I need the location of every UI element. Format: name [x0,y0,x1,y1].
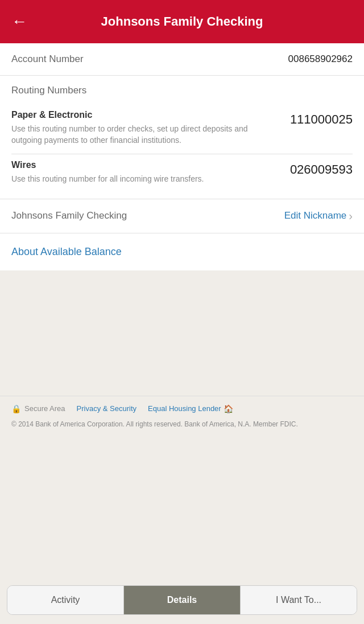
routing-section: Routing Numbers Paper & Electronic Use t… [0,76,364,193]
routing-wires-label: Wires [11,160,279,170]
app-header: ← Johnsons Family Checking [0,0,364,43]
routing-paper-electronic-number: 111000025 [290,110,353,127]
tab-bar: Activity Details I Want To... [7,585,357,615]
nickname-row[interactable]: Johnsons Family Checking Edit Nickname › [0,199,364,233]
routing-paper-electronic-label: Paper & Electronic [11,110,279,120]
routing-paper-electronic-desc: Use this routing number to order checks,… [11,124,279,146]
back-button[interactable]: ← [11,13,27,31]
housing-lender-group: Equal Housing Lender 🏠 [148,404,233,413]
gray-spacer [0,270,364,396]
page-title: Johnsons Family Checking [36,14,328,29]
tab-details[interactable]: Details [124,586,241,614]
routing-wires-row: Wires Use this routing number for all in… [11,154,353,193]
routing-wires-info: Wires Use this routing number for all in… [11,160,279,185]
routing-wires-desc: Use this routing number for all incoming… [11,174,279,185]
about-balance-section: About Available Balance [0,233,364,270]
housing-icon: 🏠 [224,404,233,413]
main-content: Account Number 008658902962 Routing Numb… [0,43,364,270]
privacy-security-link[interactable]: Privacy & Security [77,404,136,413]
tab-activity[interactable]: Activity [7,586,124,614]
account-number-value: 008658902962 [288,54,353,65]
copyright-text: © 2014 Bank of America Corporation. All … [11,419,353,429]
footer: 🔒 Secure Area Privacy & Security Equal H… [0,396,364,434]
account-number-label: Account Number [11,54,84,65]
account-number-row: Account Number 008658902962 [0,43,364,76]
about-available-balance-link[interactable]: About Available Balance [11,246,122,257]
tab-i-want-to[interactable]: I Want To... [241,586,357,614]
routing-paper-electronic-info: Paper & Electronic Use this routing numb… [11,110,279,146]
routing-section-header: Routing Numbers [11,85,353,96]
nickname-label: Johnsons Family Checking [11,210,127,221]
chevron-right-icon: › [349,210,353,223]
lock-icon: 🔒 [11,404,21,413]
footer-links-row: 🔒 Secure Area Privacy & Security Equal H… [11,404,353,413]
secure-area: 🔒 Secure Area [11,404,65,413]
equal-housing-lender-link[interactable]: Equal Housing Lender [148,404,221,413]
secure-area-label: Secure Area [24,404,65,413]
routing-wires-number: 026009593 [290,160,353,177]
routing-paper-electronic-row: Paper & Electronic Use this routing numb… [11,104,353,154]
edit-nickname-button[interactable]: Edit Nickname › [284,210,353,223]
